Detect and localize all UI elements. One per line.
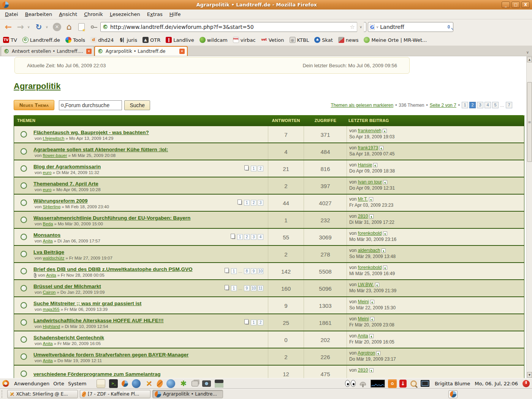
thunderbird-icon[interactable] [132,379,141,388]
tab[interactable]: ©Antwort erstellen • Landtreff....✕ [1,46,94,56]
forum-search-box[interactable] [59,100,122,110]
topic-page-link-1[interactable]: 1 [231,285,237,291]
display-icon[interactable] [421,380,429,387]
panel-menu-orte[interactable]: Orte [51,381,66,386]
scroll-up-arrow[interactable]: ▲ [527,57,532,62]
topic-page-link-9[interactable]: 9 [244,285,250,291]
page-indicator-link[interactable]: Seite 2 von 7 [430,103,456,108]
firefox-icon[interactable] [122,380,128,387]
topic-title-link[interactable]: Flächentausch wg. Bauprojekt - was beach… [33,130,263,135]
topic-author-link[interactable]: maja355 [43,307,60,312]
scrollbar-thumb[interactable] [527,82,532,162]
tab-close-icon[interactable]: ✕ [86,49,92,54]
goto-last-post-icon[interactable] [383,180,387,184]
last-post-author-link[interactable]: frank1973 [358,145,378,150]
vertical-scrollbar[interactable]: ▲ ▼ [526,56,532,378]
history-dropdown-icon[interactable]: ∨ [27,25,32,29]
screenshot-camera-icon[interactable] [202,380,211,387]
bookmark-tvinfo[interactable]: TVTV [3,37,17,43]
topic-author-link[interactable]: euro [43,187,52,192]
topic-author-link[interactable]: euro [43,170,52,175]
url-dropdown-button[interactable]: ∨ [357,22,364,32]
goto-last-post-icon[interactable] [370,317,374,321]
panel-menu-anwendungen[interactable]: Anwendungen [12,381,51,386]
bookmark-news[interactable]: news [338,37,359,43]
goto-last-post-icon[interactable] [369,334,374,338]
reload-dropdown-icon[interactable]: ∨ [46,25,50,29]
bookmark-star-icon[interactable]: ☆ [350,24,355,30]
topic-title-link[interactable]: Schadensbericht Gentechnik [33,335,263,340]
update-notifier-icon[interactable]: ↓ [399,380,407,388]
topic-page-link-11[interactable]: 11 [258,285,263,291]
bookmark-landlive[interactable]: ‖Landlive [166,37,194,43]
topic-page-link-2[interactable]: 2 [251,200,256,206]
close-button[interactable]: X [521,2,530,8]
topic-page-link-1[interactable]: 1 [251,320,256,325]
last-post-author-link[interactable]: LW.BW. [358,282,374,287]
goto-last-post-icon[interactable] [379,146,383,150]
topic-page-link-2[interactable]: 2 [244,234,250,240]
ubuntu-menu-icon[interactable] [2,380,9,387]
menu-extras[interactable]: Extras [144,10,166,19]
kaffeine-icon[interactable] [156,379,164,388]
topic-title-link[interactable]: Agrarbeamte sollen statt Aktenordner Küh… [33,147,263,152]
last-post-author-link[interactable]: Meini [358,316,369,321]
web-globe-icon[interactable] [166,379,175,388]
topic-page-link-3[interactable]: 3 [251,234,256,240]
menu-lesezeichen[interactable]: Lesezeichen [106,10,144,19]
last-post-author-link[interactable]: Agrotron [358,350,375,356]
windows-icon[interactable] [192,381,198,386]
forward-button[interactable]: → [15,22,26,32]
bookmark-vetion[interactable]: vetVetion [261,37,284,43]
topic-title-link[interactable]: Landwirtschaftliche Alterskasse HOFFE AU… [33,318,245,323]
topic-title-link[interactable]: Brief des DIB und des DBIB z.Umweltkatas… [33,266,226,272]
topic-author-link[interactable]: waldschütz [43,256,65,260]
goto-last-post-icon[interactable] [375,283,379,287]
topic-title-link[interactable]: Suche Mitstreiter ;; was mir grad passie… [33,301,263,306]
topic-page-link-1[interactable]: 1 [237,234,243,240]
bookmark-virbac[interactable]: nos convirbac [233,37,256,43]
topic-page-link-1[interactable]: 1 [231,268,237,274]
stop-button[interactable]: ✕ [53,23,61,31]
topic-page-link-8[interactable]: 8 [244,268,250,274]
web-search-bar[interactable]: G ∨ [368,22,453,32]
goto-last-post-icon[interactable] [369,368,374,372]
topic-author-link[interactable]: Beda [43,222,53,226]
topic-page-link-1[interactable]: 1 [251,166,256,171]
topic-author-link[interactable]: Anita [43,239,53,243]
topic-title-link[interactable]: Themenabend 7. April Arte [33,181,263,187]
topic-page-link-2[interactable]: 2 [258,320,263,325]
url-input[interactable] [110,24,348,30]
page-link-2[interactable]: 2 [469,102,476,108]
window-button-firefox[interactable]: Agrarpolitik • Landtre... [152,390,223,398]
goto-last-post-icon[interactable] [376,351,380,355]
plant-icon[interactable]: ✱ [179,379,188,388]
maximize-button[interactable]: □ [511,2,520,8]
last-post-author-link[interactable]: Ivan on tour [358,179,382,185]
mark-read-link[interactable]: Themen als gelesen markieren [331,103,393,108]
goto-last-post-icon[interactable] [369,197,373,201]
window-button-kaffeine[interactable]: [7 - ZDF - Kaffeine Pl... [80,390,150,398]
bookmark-tools[interactable]: Tools [65,37,85,43]
bookmark-page-icon[interactable] [78,23,85,31]
last-post-author-link[interactable]: Meini [358,299,369,304]
bookmark-landtreff[interactable]: ©Landtreff.de [22,37,60,43]
xchat-icon[interactable]: ✕ [144,379,153,388]
search-magnifier-icon[interactable] [409,379,418,388]
reload-button[interactable]: ↻ [33,22,44,32]
topic-title-link[interactable]: Umweltverbände fordern Strafverfahren ge… [33,352,263,358]
clock-label[interactable]: Mo, 06. Jul, 22:06 [475,381,518,386]
topic-author-link[interactable]: Anita [43,341,53,346]
home-button[interactable]: ⌂ [64,22,74,32]
topic-title-link[interactable]: Blog der Agrarkommissarin [33,164,245,169]
scroll-down-arrow[interactable]: ▼ [527,372,532,378]
google-engine-icon[interactable]: G [370,24,375,30]
goto-last-post-icon[interactable] [383,129,387,133]
tab-close-icon[interactable]: ✕ [179,49,185,54]
menu-ansicht[interactable]: Ansicht [55,10,81,19]
new-topic-button[interactable]: Neues Thema [14,100,54,110]
search-go-icon[interactable] [448,25,450,28]
page-link-3[interactable]: 3 [477,102,483,108]
goto-last-post-icon[interactable] [383,266,387,270]
topic-page-link-2[interactable]: 2 [258,166,263,171]
